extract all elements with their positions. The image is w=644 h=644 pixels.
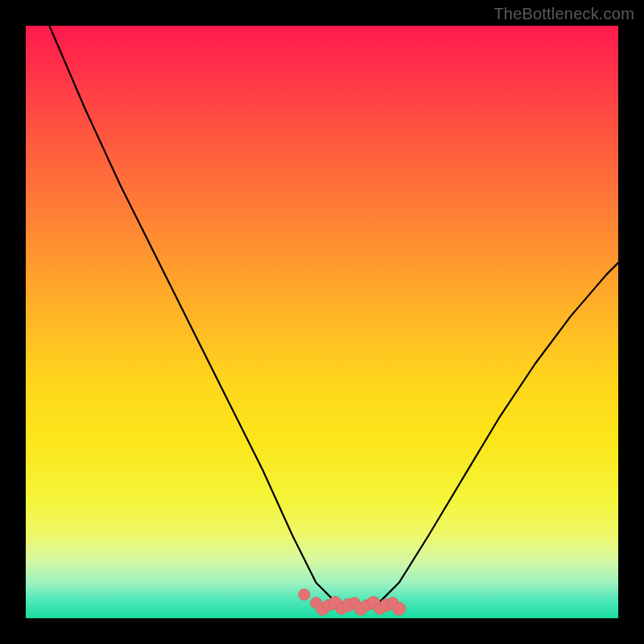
floor-dot: [349, 597, 360, 609]
floor-dot: [354, 602, 367, 615]
floor-dot: [380, 599, 393, 612]
floor-dot: [336, 603, 347, 614]
floor-dot: [341, 599, 354, 612]
floor-dot-cluster: [311, 597, 406, 615]
chart-svg: [26, 26, 618, 618]
floor-dot: [311, 597, 322, 609]
floor-dot: [374, 603, 386, 614]
floor-dot: [316, 602, 329, 615]
floor-dot: [328, 597, 341, 609]
single-dot: [299, 589, 310, 601]
floor-dot: [393, 602, 406, 615]
chart-plot-area: [26, 26, 618, 618]
floor-dot: [367, 597, 380, 609]
bottleneck-curve: [49, 26, 618, 606]
floor-dot: [361, 600, 373, 611]
floor-dot: [324, 600, 335, 611]
watermark-text: TheBottleneck.com: [493, 5, 634, 23]
floor-dot: [387, 597, 398, 609]
